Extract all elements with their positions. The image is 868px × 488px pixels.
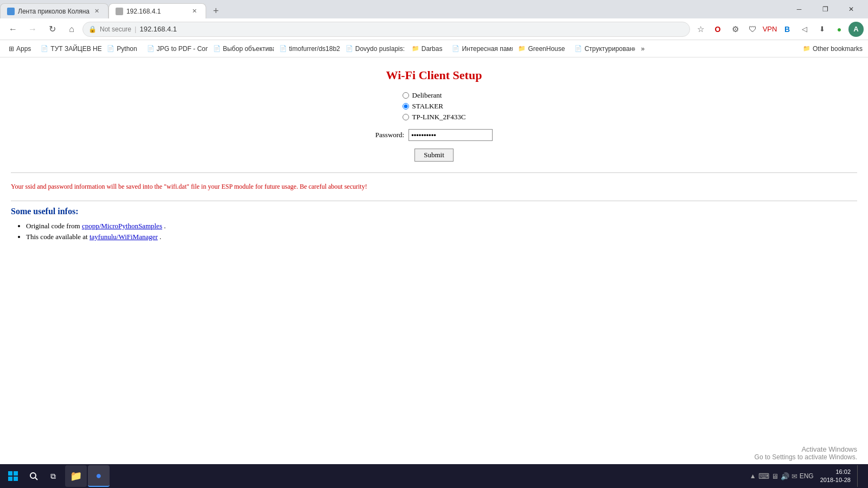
address-bar[interactable]: 🔒 Not secure | 192.168.4.1 xyxy=(82,22,690,37)
submit-row: Submit xyxy=(11,149,857,162)
bookmark-zaitsev[interactable]: 📄 ТУТ ЗАЙЦЕВ НЕТ! З... xyxy=(36,43,101,55)
info-item-2-text-after: . xyxy=(159,233,161,241)
page-icon-3: 📄 xyxy=(147,45,155,52)
password-row: Password: xyxy=(11,129,857,141)
minimize-button[interactable]: ─ xyxy=(787,1,812,17)
tab-2-close[interactable]: ✕ xyxy=(190,7,199,16)
forward-button[interactable]: → xyxy=(24,21,41,38)
bookmark-python-label: Python xyxy=(117,45,137,53)
bookmark-zaitsev-label: ТУТ ЗАЙЦЕВ НЕТ! З... xyxy=(50,45,101,53)
info-link-1[interactable]: cpopp/MicroPythonSamples xyxy=(82,222,162,230)
browser-window: Лента приколов Коляна ✕ 192.168.4.1 ✕ + … xyxy=(0,0,868,488)
home-button[interactable]: ⌂ xyxy=(63,21,80,38)
submit-button[interactable]: Submit xyxy=(414,149,454,162)
bookmark-python[interactable]: 📄 Python xyxy=(103,43,141,55)
bookmark-lens[interactable]: 📄 Выбор объектива д... xyxy=(209,43,274,55)
tab-2[interactable]: 192.168.4.1 ✕ xyxy=(108,3,206,18)
info-list: Original code from cpopp/MicroPythonSamp… xyxy=(11,222,857,241)
bookmark-more[interactable]: » xyxy=(636,43,649,55)
taskbar-browser-active[interactable]: ● xyxy=(88,465,110,487)
bookmark-star-icon[interactable]: ☆ xyxy=(692,21,709,37)
bookmark-dovydo[interactable]: 📄 Dovydo puslapis: Ne... xyxy=(341,43,406,55)
new-tab-button[interactable]: + xyxy=(208,3,224,18)
notification-icon[interactable]: ✉ xyxy=(792,472,797,480)
opera-icon[interactable]: O xyxy=(710,21,726,37)
bookmark-memory[interactable]: 📄 Интересная память... xyxy=(448,43,513,55)
password-input[interactable] xyxy=(409,129,493,141)
bookmark-apps[interactable]: ⊞ Apps xyxy=(4,43,35,55)
wifi-networks-list: Deliberant STALKER TP-LINK_2F433C xyxy=(403,91,466,124)
vpn-icon[interactable]: VPN xyxy=(762,21,778,37)
lock-icon: 🔒 xyxy=(88,25,97,33)
bookmark-apps-label: Apps xyxy=(16,45,31,53)
bookmark-greenhouse-label: GreenHouse xyxy=(528,45,565,53)
search-icon xyxy=(29,472,38,480)
tab-1[interactable]: Лента приколов Коляна ✕ xyxy=(0,3,108,18)
show-desktop-button[interactable] xyxy=(857,465,861,487)
page-title: Wi-Fi Client Setup xyxy=(11,68,857,82)
page-icon-1: 📄 xyxy=(41,45,48,52)
network-stalker: STALKER xyxy=(403,102,466,111)
bookmark-darbas[interactable]: 📁 Darbas xyxy=(407,43,447,55)
bookmark-memory-label: Интересная память... xyxy=(462,45,513,53)
extension2-icon[interactable]: ● xyxy=(831,21,847,37)
search-button[interactable] xyxy=(24,466,43,486)
bookmark-other-label: Other bookmarks xyxy=(813,45,863,53)
radio-stalker[interactable] xyxy=(403,103,409,110)
clock-time: 16:02 xyxy=(820,468,851,476)
divider-2 xyxy=(11,201,857,201)
radio-deliberant[interactable] xyxy=(403,92,409,99)
bookmark-timofurrer-label: timofurrer/ds18b20 xyxy=(289,45,340,53)
svg-rect-3 xyxy=(14,477,18,481)
taskbar-file-explorer[interactable]: 📁 xyxy=(65,465,87,487)
bookmark-structured-label: Структурированны... xyxy=(584,45,635,53)
info-link-2[interactable]: tayfunulu/WiFiManager xyxy=(90,233,158,241)
profile-button[interactable]: A xyxy=(848,22,864,37)
radio-tplink[interactable] xyxy=(403,114,409,120)
page-icon-8: 📄 xyxy=(575,45,582,52)
bookmark-timofurrer[interactable]: 📄 timofurrer/ds18b20 xyxy=(275,43,340,55)
show-hidden-icon[interactable]: ▲ xyxy=(750,472,756,480)
folder-icon-2: 📁 xyxy=(518,45,526,52)
language-label[interactable]: ENG xyxy=(800,472,814,480)
file-explorer-icon: 📁 xyxy=(70,470,82,482)
network-stalker-label: STALKER xyxy=(412,102,443,111)
bookmarks-bar: ⊞ Apps 📄 ТУТ ЗАЙЦЕВ НЕТ! З... 📄 Python 📄… xyxy=(0,40,868,57)
start-button[interactable] xyxy=(2,465,24,487)
network-icon[interactable]: 🖥 xyxy=(771,472,778,480)
extensions-icon[interactable]: ⚙ xyxy=(727,21,743,37)
close-button[interactable]: ✕ xyxy=(839,1,864,17)
history-icon[interactable]: ◁ xyxy=(796,21,813,37)
not-secure-label: Not secure xyxy=(100,25,131,33)
more-label: » xyxy=(641,45,644,53)
info-item-2: This code available at tayfunulu/WiFiMan… xyxy=(26,233,857,241)
bookmark-other[interactable]: 📁 Other bookmarks xyxy=(799,43,864,55)
task-view-button[interactable]: ⧉ xyxy=(43,466,63,486)
page-icon-2: 📄 xyxy=(107,45,114,52)
bing-icon[interactable]: B xyxy=(779,21,795,37)
svg-line-5 xyxy=(35,478,37,480)
bookmark-dovydo-label: Dovydo puslapis: Ne... xyxy=(355,45,406,53)
taskbar-clock[interactable]: 16:02 2018-10-28 xyxy=(816,468,855,485)
window-controls: ─ ❐ ✕ xyxy=(782,0,868,18)
folder-icon-3: 📁 xyxy=(803,45,810,52)
keyboard-icon[interactable]: ⌨ xyxy=(758,472,769,480)
bookmark-greenhouse[interactable]: 📁 GreenHouse xyxy=(514,43,569,55)
bookmark-structured[interactable]: 📄 Структурированны... xyxy=(570,43,635,55)
back-button[interactable]: ← xyxy=(4,21,22,38)
bookmark-jpg-pdf-label: JPG to PDF - Conver... xyxy=(157,45,208,53)
taskbar-right: ▲ ⌨ 🖥 🔊 ✉ ENG 16:02 2018-10-28 xyxy=(750,465,866,487)
tab-1-favicon xyxy=(7,8,15,15)
info-item-1-text-after: . xyxy=(164,222,165,230)
reload-button[interactable]: ↻ xyxy=(43,21,61,38)
volume-icon[interactable]: 🔊 xyxy=(781,472,789,480)
maximize-button[interactable]: ❐ xyxy=(813,1,838,17)
bookmark-jpg-pdf[interactable]: 📄 JPG to PDF - Conver... xyxy=(143,43,208,55)
download-icon[interactable]: ⬇ xyxy=(814,21,830,37)
taskbar-apps: 📁 ● xyxy=(65,465,110,487)
tab-1-close[interactable]: ✕ xyxy=(93,7,101,16)
tab-1-title: Лента приколов Коляна xyxy=(18,8,90,15)
shield-icon[interactable]: 🛡 xyxy=(744,21,761,37)
apps-grid-icon: ⊞ xyxy=(9,45,14,53)
svg-point-4 xyxy=(30,473,36,478)
